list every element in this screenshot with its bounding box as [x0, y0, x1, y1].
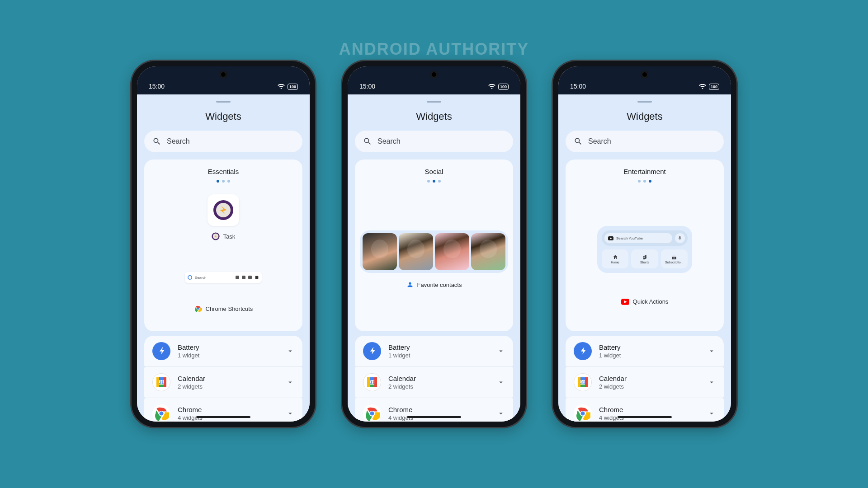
- page-title: Widgets: [348, 111, 520, 122]
- incognito-icon: [248, 276, 252, 279]
- svg-point-7: [197, 308, 199, 310]
- search-input[interactable]: Search: [566, 131, 724, 152]
- subscriptions-icon: [671, 254, 677, 260]
- calendar-app-icon: 31: [574, 373, 592, 391]
- search-input[interactable]: Search: [144, 131, 302, 152]
- search-icon: [152, 137, 161, 146]
- dino-icon: [255, 275, 259, 280]
- carousel-card-entertainment[interactable]: Entertainment Search YouTube Home Sho: [566, 160, 724, 331]
- task-app-icon: [213, 200, 234, 221]
- favorite-contacts-label: Favorite contacts: [406, 281, 462, 288]
- task-widget-label: Task: [212, 232, 236, 240]
- chrome-app-icon: [152, 404, 170, 422]
- camera-cutout: [220, 71, 227, 78]
- list-item-chrome[interactable]: Chrome4 widgets: [144, 398, 302, 422]
- battery-app-icon: [152, 342, 170, 360]
- wifi-icon: [699, 84, 706, 89]
- list-item-battery[interactable]: Battery1 widget: [566, 336, 724, 367]
- camera-cutout: [430, 71, 438, 78]
- gesture-nav-pill[interactable]: [407, 416, 461, 418]
- card-title: Essentials: [208, 168, 239, 175]
- drag-handle[interactable]: [427, 101, 441, 103]
- shorts-icon: [642, 254, 647, 260]
- battery-app-icon: [363, 342, 381, 360]
- screen-3: 15:00 100 Widgets Search Entertainment: [558, 66, 731, 422]
- chevron-down-icon: [708, 347, 716, 355]
- chevron-down-icon: [708, 409, 716, 418]
- contact-photo-1: [363, 233, 397, 270]
- contact-photo-3: [435, 233, 469, 270]
- list-item-chrome[interactable]: Chrome4 widgets: [566, 398, 724, 422]
- search-placeholder: Search: [167, 137, 190, 145]
- list-item-calendar[interactable]: 31 Calendar2 widgets: [355, 367, 513, 398]
- svg-point-4: [188, 276, 192, 279]
- search-input[interactable]: Search: [355, 131, 513, 152]
- app-widget-list: Battery1 widget 31 Calendar2 widgets Chr…: [355, 336, 513, 422]
- search-icon: [574, 137, 583, 146]
- calendar-app-icon: 31: [152, 373, 170, 391]
- svg-rect-12: [164, 377, 166, 387]
- app-widget-list: Battery1 widget 31 Calendar2 widgets Chr…: [144, 336, 302, 422]
- clock: 15:00: [570, 83, 586, 90]
- drag-handle[interactable]: [216, 101, 231, 103]
- task-app-icon-small: [212, 232, 220, 240]
- card-title: Entertainment: [623, 168, 665, 175]
- phone-frame-2: 15:00 100 Widgets Search Social: [342, 61, 526, 427]
- task-widget-preview[interactable]: [208, 194, 239, 226]
- page-title: Widgets: [558, 111, 731, 122]
- chrome-app-icon: [574, 404, 592, 422]
- chevron-down-icon: [497, 409, 505, 418]
- screen-1: 15:00 100 Widgets Search Essentials: [137, 66, 310, 422]
- battery-icon: 100: [498, 84, 509, 90]
- battery-app-icon: [574, 342, 592, 360]
- carousel-card-essentials[interactable]: Essentials Task Search: [144, 160, 302, 331]
- person-icon: [406, 281, 414, 288]
- youtube-shorts-tile: Shorts: [631, 249, 658, 268]
- youtube-icon: [621, 299, 629, 305]
- svg-rect-21: [374, 377, 377, 387]
- wifi-icon: [488, 84, 495, 89]
- list-item-calendar[interactable]: 31 Calendar2 widgets: [144, 367, 302, 398]
- quick-actions-label: Quick Actions: [621, 298, 669, 305]
- chevron-down-icon: [497, 378, 505, 386]
- widget-sheet: Widgets Search Essentials: [137, 94, 310, 422]
- list-item-battery[interactable]: Battery1 widget: [144, 336, 302, 367]
- drag-handle[interactable]: [637, 101, 652, 103]
- page-indicator: [217, 180, 230, 183]
- svg-text:31: 31: [580, 380, 585, 385]
- youtube-search-row: Search YouTube: [602, 230, 688, 246]
- page-indicator: [427, 180, 441, 183]
- svg-rect-5: [255, 276, 259, 279]
- list-item-chrome[interactable]: Chrome4 widgets: [355, 398, 513, 422]
- favorite-contacts-preview[interactable]: [360, 230, 508, 273]
- svg-text:31: 31: [159, 380, 164, 385]
- battery-icon: 100: [709, 84, 719, 90]
- page-title: Widgets: [137, 111, 310, 122]
- chrome-search-preview[interactable]: Search: [185, 272, 262, 283]
- phone-frame-1: 15:00 100 Widgets Search Essentials: [132, 61, 315, 427]
- chevron-down-icon: [286, 347, 294, 355]
- youtube-quick-actions-preview[interactable]: Search YouTube Home Shorts Subscriptio..…: [597, 226, 692, 273]
- gesture-nav-pill[interactable]: [618, 416, 672, 418]
- list-item-calendar[interactable]: 31 Calendar2 widgets: [566, 367, 724, 398]
- clock: 15:00: [149, 83, 165, 90]
- gesture-nav-pill[interactable]: [196, 416, 250, 418]
- chrome-shortcuts-label: Chrome Shortcuts: [194, 305, 253, 313]
- contact-photo-4: [471, 233, 505, 270]
- svg-text:31: 31: [369, 380, 375, 385]
- phone-frame-3: 15:00 100 Widgets Search Entertainment: [553, 61, 736, 427]
- search-icon: [363, 137, 372, 146]
- home-icon: [613, 254, 618, 260]
- mic-icon: [236, 276, 239, 279]
- youtube-home-tile: Home: [602, 249, 628, 268]
- clock: 15:00: [359, 83, 375, 90]
- chrome-app-icon: [363, 404, 381, 422]
- google-g-icon: [188, 275, 192, 280]
- battery-icon: 100: [288, 84, 298, 90]
- list-item-battery[interactable]: Battery1 widget: [355, 336, 513, 367]
- carousel-card-social[interactable]: Social Favorite contacts: [355, 160, 513, 331]
- screen-2: 15:00 100 Widgets Search Social: [348, 66, 520, 422]
- camera-cutout: [641, 71, 648, 78]
- lens-icon: [242, 276, 245, 279]
- youtube-icon: [608, 236, 613, 240]
